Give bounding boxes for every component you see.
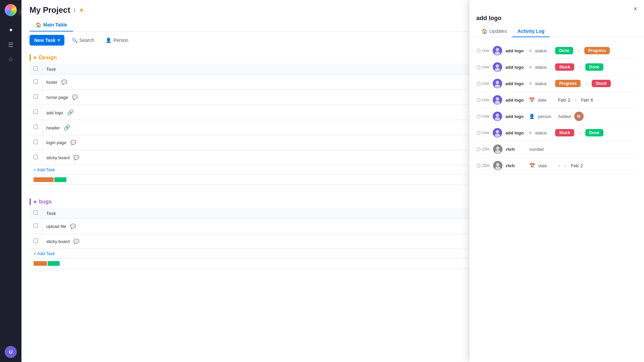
activity-time: 🕐now [476, 130, 489, 135]
select-all-design[interactable] [34, 66, 38, 71]
row-checkbox[interactable] [34, 79, 38, 84]
task-name: home page [46, 95, 68, 100]
svg-point-16 [496, 130, 499, 133]
svg-point-20 [495, 150, 500, 154]
comment-icon[interactable]: 💬 [70, 224, 76, 229]
svg-point-1 [496, 48, 499, 51]
activity-row: 🕐nowadd logo≡statusDone›Progress [476, 43, 637, 59]
activity-row: 🕐nowadd logo≡statusStuck›Done [476, 125, 637, 141]
task-name: footer [46, 80, 57, 85]
activity-time: 🕐20m [476, 147, 490, 152]
col-task-bugs: Task [42, 208, 495, 219]
field-name: status [535, 81, 552, 86]
added-label: Added [558, 114, 571, 119]
field-name: status [535, 65, 552, 70]
comment-icon[interactable]: 💬 [73, 239, 79, 244]
field-name: date [538, 163, 555, 168]
row-checkbox[interactable] [34, 95, 38, 99]
svg-point-8 [495, 84, 500, 88]
tab-activity-log[interactable]: Activity Log [512, 26, 550, 37]
svg-point-10 [496, 97, 499, 101]
sidebar-icon-menu[interactable]: ☰ [5, 39, 17, 51]
main-content: My Project ℹ ★ 🏠 Main Table New Task ▾ 🔍… [21, 0, 644, 362]
status-from: Progress [555, 80, 581, 87]
row-checkbox[interactable] [34, 125, 38, 129]
activity-item-name: add logo [505, 48, 526, 53]
sidebar-icon-star[interactable]: ☆ [5, 54, 17, 66]
avatar[interactable]: U [5, 346, 17, 358]
link-icon[interactable]: 🔗 [64, 125, 70, 130]
status-to: Stuck [592, 80, 611, 87]
person-filter-button[interactable]: 👤 Person [102, 35, 132, 45]
search-button[interactable]: 🔍 Search [68, 35, 98, 45]
task-name: header [46, 125, 60, 130]
activity-avatar [493, 95, 502, 105]
panel-header: × add logo 🏠 Updates Activity Log [470, 0, 644, 37]
comment-icon[interactable]: 💬 [70, 140, 76, 145]
link-icon[interactable]: 🔗 [67, 110, 74, 115]
group-color-indicator-bugs [30, 198, 31, 205]
info-icon[interactable]: ℹ [73, 7, 75, 13]
field-name: person [538, 114, 555, 119]
arrow-icon: › [579, 130, 581, 135]
task-name: upload file [46, 224, 66, 229]
tab-updates[interactable]: 🏠 Updates [476, 26, 512, 37]
new-task-button[interactable]: New Task ▾ [30, 35, 64, 46]
activity-time: 🕐now [476, 65, 489, 69]
select-all-bugs[interactable] [34, 210, 38, 215]
activity-panel: × add logo 🏠 Updates Activity Log 🕐nowad… [470, 0, 644, 362]
col-task: Task [42, 64, 495, 75]
sidebar: ‹ ✦ ☰ ☆ U [0, 0, 21, 362]
comment-icon[interactable]: 💬 [72, 95, 78, 100]
sidebar-icon-apps[interactable]: ✦ [5, 24, 17, 36]
arrow-icon: › [565, 163, 567, 168]
row-checkbox[interactable] [34, 224, 38, 228]
app-logo [5, 4, 17, 16]
status-from: Stuck [555, 129, 574, 136]
row-checkbox[interactable] [34, 140, 38, 144]
panel-tabs: 🏠 Updates Activity Log [476, 26, 637, 37]
status-from: Done [555, 47, 573, 54]
activity-time: 🕐now [476, 114, 489, 119]
row-checkbox[interactable] [34, 239, 38, 243]
activity-row: 🕐nowadd logo👤personAddedM [476, 108, 637, 125]
panel-title: add logo [476, 15, 637, 22]
activity-avatar [493, 144, 502, 154]
activity-avatar [493, 79, 502, 88]
date-from: - [558, 163, 560, 168]
home-icon: 🏠 [36, 22, 41, 27]
arrow-icon: › [575, 97, 577, 103]
svg-point-22 [496, 163, 499, 166]
activity-row: 🕐25mrhrh📅date-›Feb' 2 [476, 158, 637, 174]
home-small-icon: 🏠 [482, 28, 487, 34]
row-checkbox[interactable] [34, 110, 38, 114]
chevron-down-icon-bugs: ▾ [34, 199, 36, 205]
date-to: Feb' 2 [571, 163, 583, 168]
summary-bar [34, 261, 47, 266]
row-checkbox[interactable] [34, 155, 38, 159]
comment-icon[interactable]: 💬 [61, 79, 67, 85]
date-from: Feb' 2 [558, 98, 570, 103]
summary-bar [34, 177, 54, 182]
close-panel-button[interactable]: × [633, 5, 637, 12]
field-icon: ≡ [529, 81, 532, 86]
activity-row: 🕐20mrhrhnumber [476, 141, 637, 158]
task-name: sticky board [46, 239, 69, 244]
activity-item-name: rhrh [506, 147, 526, 152]
activity-time: 🕐25m [476, 163, 490, 168]
activity-row: 🕐nowadd logo≡statusProgress›Stuck [476, 75, 637, 92]
svg-point-5 [495, 68, 500, 71]
field-icon: ≡ [529, 48, 532, 53]
svg-point-14 [495, 117, 500, 121]
project-title: My Project [30, 5, 70, 15]
comment-icon[interactable]: 💬 [73, 155, 79, 160]
arrow-icon: › [579, 64, 581, 70]
group-color-indicator [30, 54, 31, 61]
search-icon: 🔍 [72, 38, 77, 43]
field-icon: 📅 [529, 163, 535, 168]
activity-time: 🕐now [476, 98, 489, 102]
activity-avatar [493, 161, 502, 170]
star-icon[interactable]: ★ [79, 6, 84, 14]
tab-main-table[interactable]: 🏠 Main Table [30, 19, 73, 32]
activity-item-name: add logo [505, 130, 526, 135]
